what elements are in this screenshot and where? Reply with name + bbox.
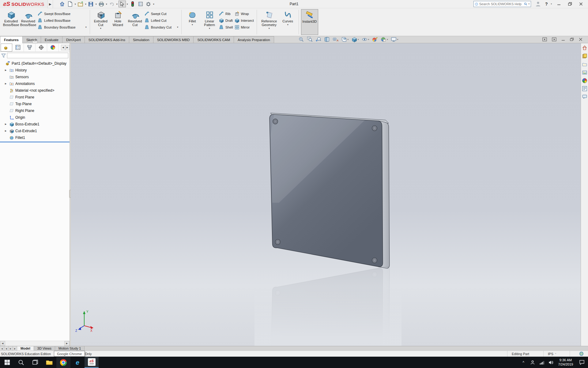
- rollback-bar[interactable]: [0, 142, 70, 142]
- panel-collapse-button[interactable]: ˆ: [32, 41, 37, 44]
- options-button[interactable]: [145, 1, 152, 7]
- linear-pattern-dropdown-icon[interactable]: ▾: [209, 27, 210, 30]
- view-orientation-button[interactable]: ▾: [341, 36, 349, 42]
- zoom-to-fit-button[interactable]: [298, 36, 304, 42]
- extruded-boss-base-button[interactable]: Extruded Boss/Base: [2, 9, 20, 27]
- solidworks-forum-icon[interactable]: [582, 94, 587, 100]
- doc-tab-prev-button[interactable]: ◀: [4, 346, 9, 351]
- shell-button[interactable]: Shell: [219, 24, 233, 30]
- curves-button[interactable]: Curves ▾: [279, 9, 296, 26]
- lofted-boss-base-button[interactable]: Lofted Boss/Base: [37, 17, 87, 23]
- previous-view-button[interactable]: [315, 36, 321, 42]
- reference-geometry-dropdown-icon[interactable]: ▾: [268, 27, 270, 30]
- fillet-dropdown-icon[interactable]: ▾: [191, 23, 193, 26]
- tree-item-fillet1[interactable]: Fillet1: [0, 134, 70, 141]
- close-document-icon[interactable]: [579, 38, 582, 41]
- globe-icon[interactable]: [579, 351, 584, 356]
- tree-item-right-plane[interactable]: Right Plane: [0, 107, 70, 114]
- internet-explorer-button[interactable]: e: [70, 357, 85, 368]
- tree-item-cut-extrude1[interactable]: ▶ Cut-Extrude1: [0, 128, 70, 134]
- dimxpertmanager-tab[interactable]: [36, 44, 47, 52]
- manager-tabs-scroll-right[interactable]: ▶: [65, 45, 70, 50]
- custom-properties-icon[interactable]: [582, 86, 587, 91]
- linear-pattern-button[interactable]: Linear Pattern ▾: [201, 9, 218, 30]
- taskbar-search-button[interactable]: [14, 357, 28, 368]
- tab-dimxpert[interactable]: DimXpert: [62, 36, 85, 43]
- tab-solidworks-mbd[interactable]: SOLIDWORKS MBD: [153, 36, 194, 43]
- rib-button[interactable]: Rib: [219, 11, 233, 17]
- revolved-boss-base-button[interactable]: Revolved Boss/Base: [20, 9, 37, 27]
- doc-tab-last-button[interactable]: ▶: [13, 346, 17, 351]
- doc-tab-next-button[interactable]: ▶: [9, 346, 13, 351]
- select-tool-button[interactable]: [119, 1, 126, 7]
- expander-icon[interactable]: ▶: [5, 130, 8, 132]
- tree-root-part[interactable]: Part1 (Default<<Default>_Display: [0, 60, 70, 67]
- options-dropdown-icon[interactable]: ▾: [153, 3, 155, 6]
- manager-tabs-scroll-left[interactable]: ◀: [61, 45, 65, 50]
- expander-icon[interactable]: ▶: [5, 69, 8, 71]
- search-input[interactable]: [479, 2, 523, 6]
- close-button[interactable]: [577, 1, 585, 7]
- volume-tray-button[interactable]: [546, 357, 556, 368]
- restore-button[interactable]: [566, 1, 574, 7]
- section-view-button[interactable]: [324, 36, 330, 42]
- view-palette-icon[interactable]: [582, 70, 587, 75]
- hide-show-items-button[interactable]: ▾: [362, 36, 369, 42]
- hide-show-dropdown-icon[interactable]: ▾: [368, 38, 369, 41]
- search-icon[interactable]: [524, 2, 527, 6]
- dock-pane-right-icon[interactable]: [552, 37, 556, 41]
- displaymanager-tab[interactable]: [47, 44, 59, 52]
- new-document-button[interactable]: [66, 1, 74, 7]
- boundary-cut-button[interactable]: Boundary Cut ▾: [144, 24, 179, 30]
- tree-item-top-plane[interactable]: Top Plane: [0, 101, 70, 107]
- mirror-button[interactable]: Mirror: [234, 24, 254, 30]
- motion-study-tab[interactable]: Motion Study 1: [55, 346, 85, 351]
- wrap-button[interactable]: Wrap: [234, 11, 254, 17]
- apply-scene-button[interactable]: ▾: [380, 36, 388, 42]
- tab-sketch[interactable]: Sketch: [22, 36, 41, 43]
- display-style-dropdown-icon[interactable]: ▾: [358, 38, 359, 41]
- expander-icon[interactable]: ▶: [5, 123, 8, 125]
- extruded-cut-dropdown-icon[interactable]: ▾: [100, 27, 102, 30]
- instant3d-button[interactable]: Instant3D: [301, 9, 318, 35]
- apply-scene-dropdown-icon[interactable]: ▾: [387, 38, 388, 41]
- tree-filter-input[interactable]: [7, 53, 68, 58]
- cut-group-dropdown-icon[interactable]: ▾: [177, 26, 179, 29]
- file-explorer-pane-icon[interactable]: [582, 62, 587, 67]
- 3d-views-tab[interactable]: 3D Views: [34, 346, 55, 351]
- undo-dropdown-icon[interactable]: ▾: [116, 3, 118, 6]
- lofted-cut-button[interactable]: Lofted Cut: [144, 17, 179, 23]
- fillet-button[interactable]: Fillet ▾: [184, 9, 201, 26]
- save-button[interactable]: [87, 1, 95, 7]
- configurationmanager-tab[interactable]: [24, 44, 36, 52]
- reference-geometry-button[interactable]: Reference Geometry ▾: [259, 9, 279, 30]
- search-dropdown-icon[interactable]: ▾: [528, 3, 530, 5]
- print-dropdown-icon[interactable]: ▾: [106, 3, 107, 6]
- save-dropdown-icon[interactable]: ▾: [95, 3, 97, 6]
- new-dropdown-icon[interactable]: ▾: [74, 3, 76, 6]
- login-user-icon[interactable]: [534, 1, 542, 7]
- swept-cut-button[interactable]: Swept Cut: [144, 11, 179, 17]
- design-library-icon[interactable]: [582, 53, 587, 59]
- view-orientation-dropdown-icon[interactable]: ▾: [348, 38, 349, 41]
- open-dropdown-icon[interactable]: ▾: [85, 3, 87, 6]
- swept-boss-base-button[interactable]: Swept Boss/Base: [37, 11, 87, 17]
- help-search-box[interactable]: ? ▾: [473, 1, 531, 7]
- boss-group-dropdown-icon[interactable]: ▾: [85, 26, 87, 29]
- graphics-viewport[interactable]: Y X Z: [71, 43, 581, 346]
- tab-evaluate[interactable]: Evaluate: [41, 36, 62, 43]
- tree-item-origin[interactable]: Origin: [0, 114, 70, 121]
- menu-flyout-arrow[interactable]: ▶: [47, 0, 53, 8]
- tree-item-annotations[interactable]: ▶ A Annotations: [0, 80, 70, 87]
- file-explorer-button[interactable]: [42, 357, 56, 368]
- print-button[interactable]: [98, 1, 105, 7]
- view-settings-dropdown-icon[interactable]: ▾: [397, 38, 398, 41]
- tree-item-material[interactable]: Material <not specified>: [0, 87, 70, 94]
- minimize-button[interactable]: [555, 1, 563, 7]
- intersect-button[interactable]: Intersect: [234, 17, 254, 23]
- restore-document-icon[interactable]: [570, 38, 574, 41]
- units-selector[interactable]: IPS ^: [543, 351, 570, 357]
- tab-analysis-preparation[interactable]: Analysis Preparation: [234, 36, 274, 43]
- expander-icon[interactable]: ▶: [5, 82, 8, 85]
- curves-dropdown-icon[interactable]: ▾: [287, 23, 289, 26]
